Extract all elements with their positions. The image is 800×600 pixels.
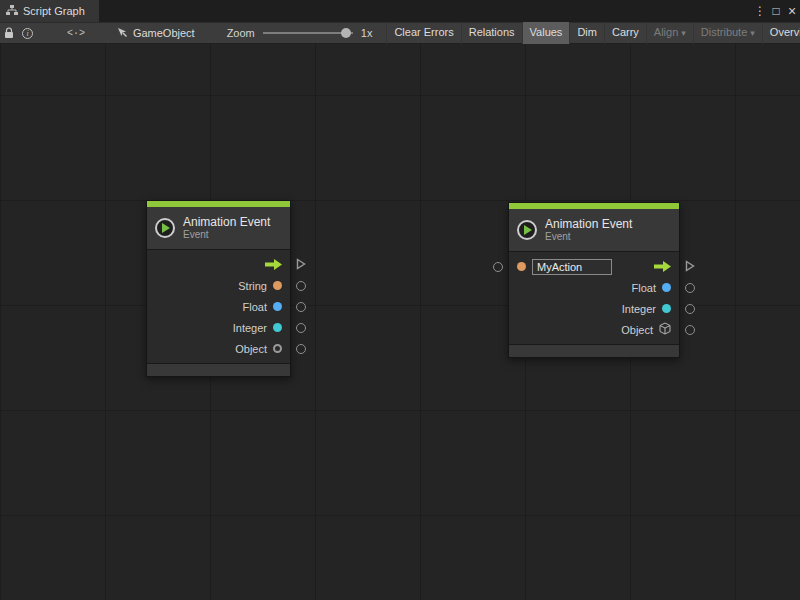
port-label: Integer [233,322,267,334]
titlebar: Script Graph ⋮ □ × [0,0,800,22]
tab-title: Script Graph [23,5,85,17]
node-footer [509,344,679,357]
integer-port-dot [273,323,282,332]
object-output-port[interactable] [296,344,306,354]
distribute-dropdown[interactable]: Distribute▾ [693,22,762,44]
flow-output-port[interactable] [685,260,695,274]
flow-output-port[interactable] [296,258,306,272]
carry-button[interactable]: Carry [604,22,646,44]
pointer-icon [117,27,128,40]
port-label: Object [621,324,653,336]
port-row-float: Float [147,296,290,317]
animation-event-node-2[interactable]: Animation Event Event Float [508,202,680,358]
name-input-row [509,256,679,277]
flow-output-row [147,254,290,275]
target-gameobject[interactable]: GameObject [117,27,195,40]
zoom-slider[interactable] [263,27,353,39]
lock-icon[interactable] [0,22,18,44]
values-button[interactable]: Values [522,22,570,44]
event-name-input[interactable] [532,259,612,275]
integer-output-port[interactable] [685,304,695,314]
target-label: GameObject [133,27,195,39]
graph-toolbar: i <·> GameObject Zoom 1x Clear Errors Re… [0,22,800,44]
port-label: Float [632,282,656,294]
clear-errors-button[interactable]: Clear Errors [386,22,460,44]
string-port-dot [273,281,282,290]
port-row-float: Float [509,277,679,298]
zoom-value: 1x [361,27,373,39]
maximize-icon[interactable]: □ [768,4,784,18]
object-output-port[interactable] [685,325,695,335]
flow-arrow-icon [265,259,282,270]
float-output-port[interactable] [685,283,695,293]
event-play-icon [155,218,175,238]
port-row-object: Object [147,338,290,359]
float-port-dot [273,302,282,311]
graph-tab-icon [6,5,18,18]
port-row-object: Object [509,319,679,340]
string-input-port-dot [517,262,526,271]
zoom-label: Zoom [227,27,255,39]
code-view-icon[interactable]: <·> [67,28,85,39]
overview-button[interactable]: Overview [762,22,800,44]
relations-button[interactable]: Relations [461,22,522,44]
graph-canvas[interactable]: Animation Event Event String [0,44,800,600]
node-header[interactable]: Animation Event Event [147,207,290,249]
flow-arrow-icon [654,261,671,272]
zoom-slider-knob[interactable] [341,28,351,38]
node-title: Animation Event [545,217,632,231]
port-row-string: String [147,275,290,296]
event-play-icon [517,220,537,240]
port-label: Object [235,343,267,355]
float-output-port[interactable] [296,302,306,312]
close-icon[interactable]: × [784,3,800,19]
object-port-dot [273,344,282,353]
script-graph-window: Script Graph ⋮ □ × i <·> GameObject [0,0,800,600]
string-output-port[interactable] [296,281,306,291]
window-menu-icon[interactable]: ⋮ [752,4,768,18]
port-label: String [238,280,267,292]
float-port-dot [662,283,671,292]
zoom-slider-track[interactable] [263,32,353,34]
dim-button[interactable]: Dim [569,22,604,44]
port-row-integer: Integer [147,317,290,338]
chevron-down-icon: ▾ [681,28,686,38]
node-subtitle: Event [183,229,270,241]
align-dropdown[interactable]: Align▾ [646,22,693,44]
info-icon[interactable]: i [18,22,36,44]
node-ports: String Float Integer Object [147,249,290,363]
port-row-integer: Integer [509,298,679,319]
node-title: Animation Event [183,215,270,229]
tab-script-graph[interactable]: Script Graph [0,0,99,22]
cube-icon [659,322,671,337]
integer-port-dot [662,304,671,313]
integer-output-port[interactable] [296,323,306,333]
port-label: Float [243,301,267,313]
zoom-control: Zoom 1x [227,27,373,39]
node-header[interactable]: Animation Event Event [509,209,679,251]
port-label: Integer [622,303,656,315]
chevron-down-icon: ▾ [750,28,755,38]
node-subtitle: Event [545,231,632,243]
node-ports: Float Integer Object [509,251,679,344]
string-input-port[interactable] [493,262,503,272]
animation-event-node-1[interactable]: Animation Event Event String [146,200,291,377]
node-footer [147,363,290,376]
